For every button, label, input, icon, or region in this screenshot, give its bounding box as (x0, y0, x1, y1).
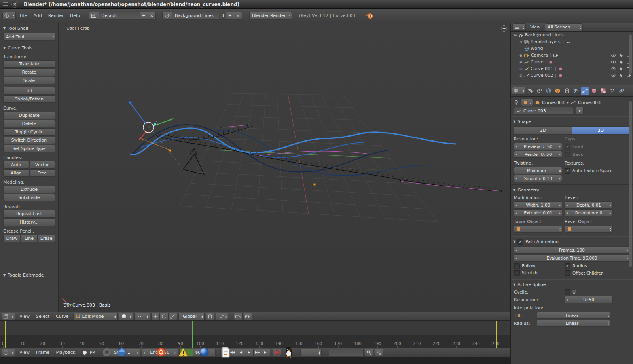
collapse-icon[interactable]: ▼ (3, 46, 6, 50)
restrict-visibility-icon[interactable] (611, 60, 616, 64)
scene-users-button[interactable]: 3 (219, 12, 226, 20)
collapse-icon[interactable]: ▼ (513, 240, 515, 243)
timeline-menu-frame[interactable]: Frame (33, 349, 53, 356)
tool-button-history-[interactable]: History... (3, 218, 55, 226)
restrict-visibility-icon[interactable] (611, 53, 616, 57)
tool-button-set-spline-type[interactable]: Set Spline Type (3, 145, 55, 152)
restrict-selectability-icon[interactable] (619, 60, 624, 64)
editor-type-button-timeline[interactable] (2, 349, 15, 356)
x-axis-handle[interactable] (141, 131, 147, 137)
keying-set-field[interactable] (329, 349, 364, 356)
scene-delete-button[interactable]: × (234, 12, 242, 20)
properties-scrollbar[interactable] (629, 100, 632, 267)
outliner-scrollbar[interactable] (629, 34, 632, 74)
tool-button-switch-direction[interactable]: Switch Direction (3, 136, 55, 144)
curve-blue-main[interactable] (130, 128, 456, 155)
y-axis-handle[interactable] (154, 120, 170, 126)
twist-method-dropdown[interactable]: Minimum (514, 167, 562, 174)
tab-render[interactable] (526, 87, 534, 95)
outliner-row-curve[interactable]: ⊕Curve| (511, 59, 633, 65)
tab-modifiers[interactable] (572, 87, 580, 95)
restrict-visibility-icon[interactable] (611, 73, 616, 78)
context-browse-button[interactable] (521, 99, 533, 106)
restrict-selectability-icon[interactable] (619, 53, 624, 57)
transform-orientation-dropdown[interactable]: Global (178, 313, 205, 320)
jump-to-end-button[interactable]: ▶| (262, 349, 270, 356)
opengl-render-button[interactable] (234, 313, 243, 320)
tab-object-data[interactable] (581, 87, 589, 95)
tab-material[interactable] (590, 87, 598, 95)
mode-dropdown[interactable]: Edit Mode (73, 313, 118, 320)
manipulator-translate-button[interactable] (151, 313, 160, 320)
tab-constraints[interactable] (563, 87, 571, 95)
outliner-row-camera[interactable]: ⊕Camera| (511, 52, 633, 59)
tool-button-free[interactable]: Free (29, 169, 55, 177)
pin-icon[interactable] (514, 100, 519, 105)
outliner-item-label[interactable]: Curve.002 (531, 73, 553, 78)
tool-button-align[interactable]: Align (3, 169, 29, 177)
outliner-row-world[interactable]: World (511, 45, 633, 52)
tool-button-line[interactable]: Line (21, 235, 38, 242)
expander-icon[interactable]: ⊕ (519, 40, 523, 44)
render-u-stepper[interactable]: Render U: 50 (514, 151, 562, 158)
tool-button-scale[interactable]: Scale (3, 77, 55, 84)
editor-type-button-3dview[interactable] (2, 313, 15, 320)
info-menu-file[interactable]: File (17, 12, 30, 20)
auto-texture-space-checkbox[interactable]: ✓Auto Texture Space (565, 168, 613, 174)
tool-button-repeat-last[interactable]: Repeat Last (3, 210, 55, 218)
info-menu-help[interactable]: Help (67, 12, 83, 20)
tool-button-extrude[interactable]: Extrude (3, 186, 55, 193)
editor-type-button-properties[interactable] (512, 87, 525, 95)
tool-button-translate[interactable]: Translate (3, 60, 55, 68)
manipulator-scale-button[interactable] (169, 313, 177, 320)
offset-children-checkbox[interactable]: ✓Offset Children (565, 270, 613, 276)
tilt-interpolation-dropdown[interactable]: Linear (537, 312, 610, 319)
restrict-selectability-icon[interactable] (619, 73, 624, 78)
opengl-render-anim-button[interactable] (244, 313, 252, 320)
expander-icon[interactable]: ⊕ (519, 53, 523, 57)
tool-button-duplicate[interactable]: Duplicate (3, 112, 55, 119)
layout-delete-button[interactable]: × (148, 12, 156, 20)
bevel-depth-stepper[interactable]: Depth: 0.01 (565, 201, 613, 209)
expander-icon[interactable]: ⊕ (519, 74, 523, 78)
layout-add-button[interactable]: + (140, 12, 148, 20)
keyframe-marker[interactable] (496, 321, 497, 348)
pivot-center-dropdown[interactable] (134, 313, 150, 320)
sync-mode-dropdown[interactable] (300, 349, 322, 356)
tool-button-shrink-fatten[interactable]: Shrink/Fatten (3, 95, 55, 103)
view3d-menu-curve[interactable]: Curve (53, 313, 72, 320)
expander-icon[interactable]: ⊕ (519, 67, 523, 71)
restrict-visibility-icon[interactable] (611, 66, 616, 71)
collapse-icon[interactable]: ▼ (513, 188, 515, 192)
editor-type-button-info[interactable] (2, 12, 16, 19)
tool-button-rotate[interactable]: Rotate (3, 68, 55, 76)
layout-name-field[interactable]: Default (99, 12, 140, 20)
view3d-menu-select[interactable]: Select (33, 313, 53, 320)
timeline-track[interactable] (0, 321, 510, 335)
tab-scene[interactable] (535, 87, 544, 95)
tab-texture[interactable] (599, 87, 607, 95)
info-menu-render[interactable]: Render (45, 12, 67, 20)
width-stepper[interactable]: Width: 1.00 (514, 201, 562, 209)
radius-interpolation-dropdown[interactable]: Linear (537, 320, 610, 327)
tool-button-vector[interactable]: Vector (29, 161, 55, 169)
path-frames-stepper[interactable]: Frames: 100 (514, 246, 630, 254)
taskbar-blue-sphere-icon[interactable] (199, 347, 209, 357)
restrict-selectability-icon[interactable] (619, 66, 624, 71)
expander-icon[interactable]: ⊕ (519, 60, 523, 64)
taskbar-blue-app-icon[interactable] (117, 347, 127, 357)
snap-toggle-button[interactable] (206, 313, 214, 320)
tool-button-subdivide[interactable]: Subdivide (3, 194, 55, 201)
outliner-item-label[interactable]: Background Lines (525, 32, 564, 38)
breadcrumb-data[interactable]: Curve.003 (578, 100, 601, 105)
caps-back-checkbox[interactable]: ✓Back (565, 152, 613, 157)
control-points[interactable] (156, 124, 502, 192)
snap-element-dropdown[interactable] (216, 313, 228, 320)
add-tool-dropdown[interactable]: Add Tool (3, 33, 55, 41)
bevel-object-dropdown[interactable] (565, 226, 613, 233)
window-menu-icon[interactable] (3, 2, 8, 6)
collapse-icon[interactable]: ▼ (513, 120, 515, 123)
timeline-ruler[interactable]: 0102030405060708090100110120130140150160… (0, 335, 510, 348)
spline-resolution-u-stepper[interactable]: U: 50 (565, 296, 613, 303)
outliner-row-renderlayers[interactable]: ⊕RenderLayers| (511, 38, 633, 45)
